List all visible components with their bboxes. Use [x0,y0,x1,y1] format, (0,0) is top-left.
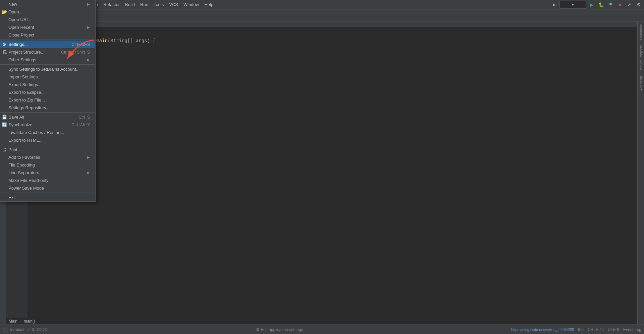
menu-print-label: Print... [8,147,21,152]
toolbar-expand-btn[interactable]: ⤢ [625,1,633,9]
separator-1 [0,40,95,40]
menu-settings-label: Settings... [8,42,28,47]
line-ending[interactable]: CRLF: \n [588,327,604,332]
menu-make-read-only[interactable]: Make File Read-only [0,177,95,184]
code-line-5: } [32,52,637,59]
menu-import-settings[interactable]: Import Settings... [0,73,95,81]
code-line-4: } [32,45,637,52]
menubar: File Edit View Navigate Code Analyze Ref… [0,0,644,9]
menu-open-recent-arrow: ▶ [87,25,90,29]
sidebar-ant[interactable]: Ant Build [639,73,643,93]
menu-make-read-only-label: Make File Read-only [8,178,48,183]
menu-add-favorites-label: Add to Favorites [8,155,40,160]
editor-area: dure\20_11_05 std 1 2 3 4 5 6 ▶ ▶ 🔖 publ… [6,21,637,325]
menu-synchronize-shortcut: Ctrl+Alt+Y [71,123,90,127]
menubar-tools[interactable]: Tools [151,1,166,8]
menu-invalidate-caches-label: Invalidate Caches / Restart... [8,130,64,135]
menu-export-settings-label: Export Settings... [8,82,42,87]
menubar-build[interactable]: Build [122,1,138,8]
menu-synchronize-label: Synchronize [8,122,33,127]
sync-icon: 🔄 [2,122,7,128]
sidebar-database[interactable]: Database [639,21,643,43]
menu-export-zip[interactable]: Export to Zip File... [0,96,95,104]
menu-add-favorites[interactable]: Add to Favorites ▶ [0,153,95,161]
menu-project-structure[interactable]: 🏗 Project Structure... Ctrl+Alt+Shift+S [0,48,95,56]
toolbar-settings-btn[interactable]: ⚙ [635,1,643,9]
right-sidebar: Database Maven Projects Ant Build [637,21,644,325]
menu-export-eclipse[interactable]: Export to Eclipse... [0,88,95,96]
menu-exit[interactable]: Exit [0,194,95,201]
menu-export-eclipse-label: Export to Eclipse... [8,90,45,95]
toolbar-run-btn[interactable]: ▶ [588,1,596,9]
bottom-status: ⚙ Edit application settings [256,327,303,332]
menu-export-settings[interactable]: Export Settings... [0,81,95,88]
toolbar-stop-btn[interactable]: ■ [616,1,624,9]
breadcrumb-main[interactable]: Main [9,319,17,324]
url-display: https://blog.csdn.net/weixin_44404255 [511,328,574,332]
menu-print[interactable]: 🖨 Print... [0,146,95,153]
menubar-run[interactable]: Run [138,1,151,8]
menu-other-settings-arrow: ▶ [87,58,90,62]
menu-close-project[interactable]: Close Project [0,31,95,39]
open-icon: 📂 [2,9,7,15]
main-area: 2-Favorites ⭐ Z-Structure dure\20_11_05 … [0,21,644,325]
code-line-2: public static void main(String[] args) { [32,37,637,45]
menu-invalidate-caches[interactable]: Invalidate Caches / Restart... [0,129,95,136]
menu-line-separators-label: Line Separators [8,170,39,175]
event-log-btn[interactable]: Event Log [623,327,641,332]
separator-4 [0,145,95,145]
menubar-vcs[interactable]: VCS [166,1,181,8]
menu-project-structure-shortcut: Ctrl+Alt+Shift+S [61,50,90,55]
menu-power-save[interactable]: Power Save Mode [0,184,95,192]
separator-3 [0,112,95,113]
menu-sync-settings-label: Sync Settings to JetBrains Account... [8,67,79,72]
menu-line-separators[interactable]: Line Separators ▶ [0,169,95,177]
edit-app-settings[interactable]: ⚙ Edit application settings [256,327,303,332]
breadcrumb-method[interactable]: main() [24,319,35,324]
code-content[interactable]: public class Main { public static void m… [28,27,637,318]
terminal-btn[interactable]: ⬛ Terminal [3,327,24,332]
toolbar-columns-icon[interactable]: ⠿ [550,1,558,9]
print-icon: 🖨 [2,147,7,152]
file-menu-overlay: New ▶ 📂 Open... Open URL... Open Recent … [0,0,96,202]
menu-save-all[interactable]: 💾 Save All Ctrl+S [0,113,95,121]
terminal-label: Terminal [9,327,24,332]
file-menu: New ▶ 📂 Open... Open URL... Open Recent … [0,0,96,202]
menubar-window[interactable]: Window [181,1,202,8]
menu-import-settings-label: Import Settings... [8,74,41,79]
menu-settings[interactable]: ⚙ Settings... Ctrl+Alt+S [0,41,95,48]
menu-sync-settings[interactable]: Sync Settings to JetBrains Account... [0,65,95,73]
menu-export-html[interactable]: Export to HTML... [0,136,95,144]
terminal-icon: ⬛ [3,327,8,332]
toolbar-debug-btn[interactable]: 🐛 [597,1,605,9]
todo-icon: ✓ [27,327,30,332]
breadcrumb: Main › main() [6,318,637,325]
encoding[interactable]: UTF-8 [608,327,619,332]
menubar-help[interactable]: Help [202,1,216,8]
separator-5 [0,193,95,193]
tab-toolbar-area: ⚙ ↑ ⚙ ↓ ☕ Main.java ✕ [0,9,644,21]
menu-open-url[interactable]: Open URL... [0,16,95,23]
menu-new[interactable]: New ▶ [0,0,95,8]
toolbar-dropdown[interactable]: ▾ [559,1,586,9]
todo-btn[interactable]: ✓ 6: TODO [27,327,48,332]
bottom-right: https://blog.csdn.net/weixin_44404255 9:… [511,327,641,332]
menu-add-favorites-arrow: ▶ [87,155,90,159]
menu-export-html-label: Export to HTML... [8,138,43,143]
settings-icon: ⚙ [2,42,7,47]
todo-label: 6: TODO [32,327,48,332]
menu-synchronize[interactable]: 🔄 Synchronize Ctrl+Alt+Y [0,121,95,129]
menubar-refactor[interactable]: Refactor [101,1,122,8]
menu-open-recent[interactable]: Open Recent ▶ [0,23,95,31]
menu-settings-repo[interactable]: Settings Repository... [0,104,95,112]
code-editor[interactable]: 1 2 3 4 5 6 ▶ ▶ 🔖 public class Main { pu… [6,27,637,318]
sidebar-maven[interactable]: Maven Projects [639,43,643,73]
cursor-position: 9:9 [578,327,584,332]
menu-project-structure-label: Project Structure... [8,50,45,55]
menu-other-settings[interactable]: Other Settings ▶ [0,56,95,64]
menu-settings-repo-label: Settings Repository... [8,105,50,110]
menu-open[interactable]: 📂 Open... [0,8,95,16]
bottom-bar: ⬛ Terminal ✓ 6: TODO ⚙ Edit application … [0,325,644,334]
menu-file-encoding[interactable]: File Encoding [0,161,95,169]
toolbar-coverage-btn[interactable]: ☂ [606,1,614,9]
